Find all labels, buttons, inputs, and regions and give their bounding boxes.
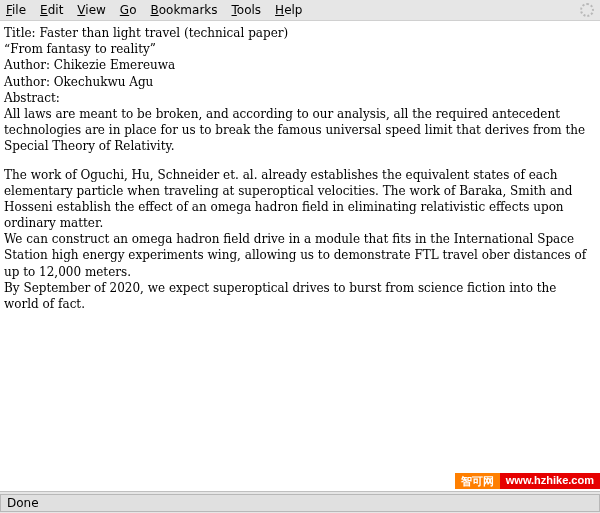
watermark-right: www.hzhike.com (500, 473, 600, 489)
menu-go[interactable]: Go (120, 3, 137, 17)
document-content: Title: Faster than light travel (technic… (0, 21, 600, 318)
menubar-items: File Edit View Go Bookmarks Tools Help (6, 3, 302, 17)
menubar: File Edit View Go Bookmarks Tools Help (0, 0, 600, 21)
watermark-badge: 智可网 www.hzhike.com (455, 473, 600, 489)
watermark-left: 智可网 (455, 473, 500, 489)
abstract-p3: We can construct an omega hadron field d… (4, 231, 594, 280)
menu-file[interactable]: File (6, 3, 26, 17)
abstract-p2: The work of Oguchi, Hu, Schneider et. al… (4, 167, 594, 232)
menu-bookmarks[interactable]: Bookmarks (150, 3, 217, 17)
title-line: Title: Faster than light travel (technic… (4, 25, 594, 41)
abstract-p1: All laws are meant to be broken, and acc… (4, 106, 594, 155)
menu-help[interactable]: Help (275, 3, 302, 17)
menu-view[interactable]: View (77, 3, 105, 17)
menu-tools[interactable]: Tools (232, 3, 262, 17)
subtitle: “From fantasy to reality” (4, 41, 594, 57)
throbber-icon (580, 3, 594, 17)
abstract-label: Abstract: (4, 90, 594, 106)
author-2: Author: Okechukwu Agu (4, 74, 594, 90)
statusbar: Done (0, 491, 600, 513)
author-1: Author: Chikezie Emereuwa (4, 57, 594, 73)
menu-edit[interactable]: Edit (40, 3, 63, 17)
abstract-p4: By September of 2020, we expect superopt… (4, 280, 594, 312)
status-text: Done (0, 494, 600, 512)
